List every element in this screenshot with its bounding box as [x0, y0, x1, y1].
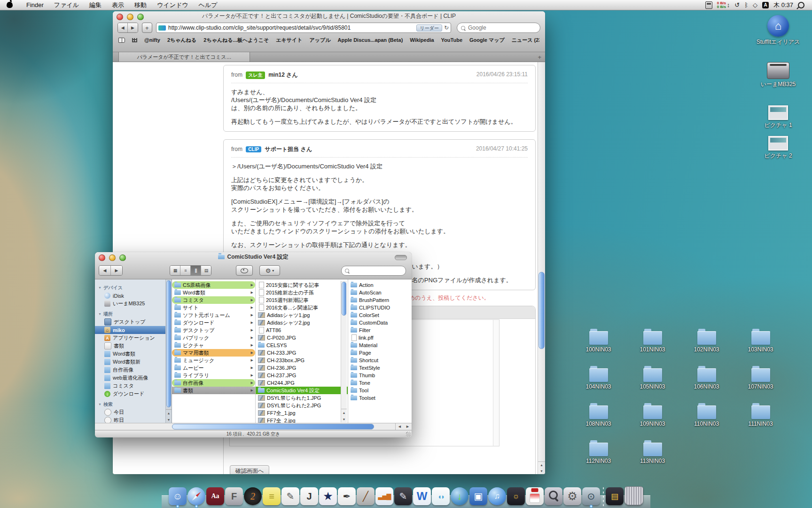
bookmark-item[interactable]: Wikipedia: [410, 37, 434, 43]
menu-item[interactable]: ウインドウ: [152, 0, 194, 10]
memory-card-menu-icon[interactable]: [705, 1, 712, 9]
desktop-folder[interactable]: 107NIN03: [734, 368, 788, 405]
app-icon[interactable]: [545, 487, 562, 505]
app-icon[interactable]: ⊙: [582, 487, 600, 505]
resize-grip[interactable]: [406, 432, 411, 437]
finder-item[interactable]: ピクチャ ▶: [172, 341, 255, 349]
menu-item[interactable]: ファイル: [49, 0, 84, 10]
desktop-folder[interactable]: 106NIN03: [679, 368, 734, 405]
finder-item[interactable]: CH-236.JPG: [256, 364, 348, 372]
scroll-down-icon[interactable]: ▼: [343, 418, 346, 421]
app-icon[interactable]: 2: [244, 487, 262, 505]
reader-button[interactable]: リーダー: [416, 24, 442, 32]
toolbar-toggle-button[interactable]: [395, 255, 407, 260]
coverflow-view-button[interactable]: ▤: [201, 266, 211, 275]
active-tab[interactable]: パラメータが不正です！と出てコミス…: [118, 52, 250, 62]
dock-item[interactable]: J: [300, 487, 318, 508]
finder-search-input[interactable]: [351, 267, 402, 274]
desktop-folder[interactable]: 101NIN03: [625, 331, 679, 368]
finder-item[interactable]: C-P020.JPG: [256, 334, 348, 341]
menu-item[interactable]: 表示: [107, 0, 129, 10]
finder-item[interactable]: ソフト元ボリューム ▶: [172, 311, 255, 319]
desktop-folder[interactable]: 109NIN03: [625, 405, 679, 443]
new-tab-button[interactable]: +: [142, 23, 152, 33]
dock-item[interactable]: [601, 487, 605, 508]
menu-clock[interactable]: 木 0:37: [773, 1, 793, 9]
back-button[interactable]: ◀: [118, 23, 127, 32]
finder-item[interactable]: コミスタ ▶: [172, 296, 255, 304]
app-icon[interactable]: ◖◗: [432, 487, 450, 505]
dock-item[interactable]: ▤: [606, 487, 624, 508]
wifi-icon[interactable]: ◇: [753, 1, 757, 8]
finder-item[interactable]: Thumb: [348, 372, 412, 379]
scroll-right-icon[interactable]: ▶: [406, 425, 409, 429]
sidebar-item[interactable]: いーまMB325: [95, 300, 165, 308]
finder-search-field[interactable]: [341, 266, 406, 276]
app-icon[interactable]: Aa: [206, 487, 224, 505]
menu-item[interactable]: ヘルプ: [194, 0, 223, 10]
add-tab-icon[interactable]: +: [538, 52, 541, 62]
apple-menu-icon[interactable]: [7, 2, 13, 8]
bookmark-item[interactable]: 2ちゃんねる: [167, 37, 196, 44]
app-icon[interactable]: ☼: [507, 487, 525, 505]
textarea-scrollbar[interactable]: [493, 320, 499, 446]
dock-item[interactable]: 2: [244, 487, 262, 508]
desktop-icon[interactable]: いーまMB325: [750, 62, 806, 88]
finder-item[interactable]: 自作画像 ▶: [172, 379, 255, 387]
scroll-up-icon[interactable]: ▲: [343, 411, 346, 414]
address-bar[interactable]: http://www.clip-studio.com/clip_site/sup…: [156, 23, 451, 33]
dock-item[interactable]: F: [225, 487, 243, 508]
bookmark-item[interactable]: エキサイト: [276, 37, 302, 44]
desktop-folder[interactable]: 105NIN03: [625, 368, 679, 405]
scroll-up-icon[interactable]: ▲: [167, 412, 171, 415]
finder-item[interactable]: Tone: [348, 379, 412, 387]
app-icon[interactable]: ★: [319, 487, 337, 505]
finder-item[interactable]: ColorSet: [348, 311, 412, 319]
dock-item[interactable]: ✒: [338, 487, 356, 508]
forward-button[interactable]: ▶: [127, 23, 137, 32]
dock-item[interactable]: ◖◗: [432, 487, 450, 508]
bookmark-item[interactable]: YouTube: [441, 37, 462, 43]
app-icon[interactable]: ✎: [281, 487, 299, 505]
finder-item[interactable]: CustomData: [348, 319, 412, 326]
icon-view-button[interactable]: ▦: [170, 266, 180, 275]
dock-item[interactable]: ✎: [281, 487, 299, 508]
finder-item[interactable]: 書類 ▶: [172, 387, 255, 394]
sidebar-item[interactable]: Word書類新: [95, 358, 165, 366]
back-button[interactable]: ◀: [99, 266, 110, 275]
finder-item[interactable]: 2016文春...シ関連記事: [256, 304, 348, 311]
finder-item[interactable]: Shortcut: [348, 357, 412, 364]
finder-item[interactable]: ComicStudio Ver4 設定 ▶: [256, 387, 348, 394]
finder-item[interactable]: Page: [348, 349, 412, 357]
scroll-left-icon[interactable]: ◀: [398, 425, 401, 429]
finder-item[interactable]: Adidasシャツ1.jpg: [256, 311, 348, 319]
finder-item[interactable]: CS原稿画像 ▶: [172, 281, 255, 289]
action-menu-button[interactable]: ⚙ ▾: [259, 265, 280, 276]
bookmarks-book-icon[interactable]: [118, 38, 125, 43]
dock-item[interactable]: ✎: [394, 487, 412, 508]
app-icon[interactable]: ✒: [338, 487, 356, 505]
desktop-folder[interactable]: 104NIN03: [571, 368, 625, 405]
dock-item[interactable]: ≡: [263, 487, 281, 508]
desktop-folder[interactable]: 102NIN03: [679, 331, 734, 368]
dock-item[interactable]: ▃▅▇: [375, 487, 393, 508]
menu-item[interactable]: Finder: [21, 0, 49, 10]
page-scrollbar[interactable]: ▲ ▼: [538, 62, 545, 474]
app-icon[interactable]: J: [300, 487, 318, 505]
finder-item[interactable]: Action: [348, 281, 412, 289]
app-icon[interactable]: F: [225, 487, 243, 505]
finder-item[interactable]: BrushPattern: [348, 296, 412, 304]
scroll-down-icon[interactable]: ▼: [167, 418, 171, 421]
dock-item[interactable]: ⚙: [563, 487, 581, 508]
bluetooth-icon[interactable]: ᛒ: [744, 1, 748, 8]
sidebar-item[interactable]: web最適化画像: [95, 374, 165, 382]
finder-item[interactable]: Filter: [348, 326, 412, 334]
dock-item[interactable]: ☼: [507, 487, 525, 508]
desktop-folder[interactable]: 100NIN03: [571, 331, 625, 368]
column-view-button[interactable]: |||: [190, 266, 201, 275]
horizontal-scrollbar[interactable]: ◀ ▶: [95, 423, 412, 430]
finder-item[interactable]: 2015週刊新潮記事: [256, 296, 348, 304]
menu-item[interactable]: 編集: [84, 0, 107, 10]
finder-item[interactable]: CH-233.JPG: [256, 349, 348, 357]
column-scrollbar[interactable]: ▲ ▼: [341, 281, 347, 422]
